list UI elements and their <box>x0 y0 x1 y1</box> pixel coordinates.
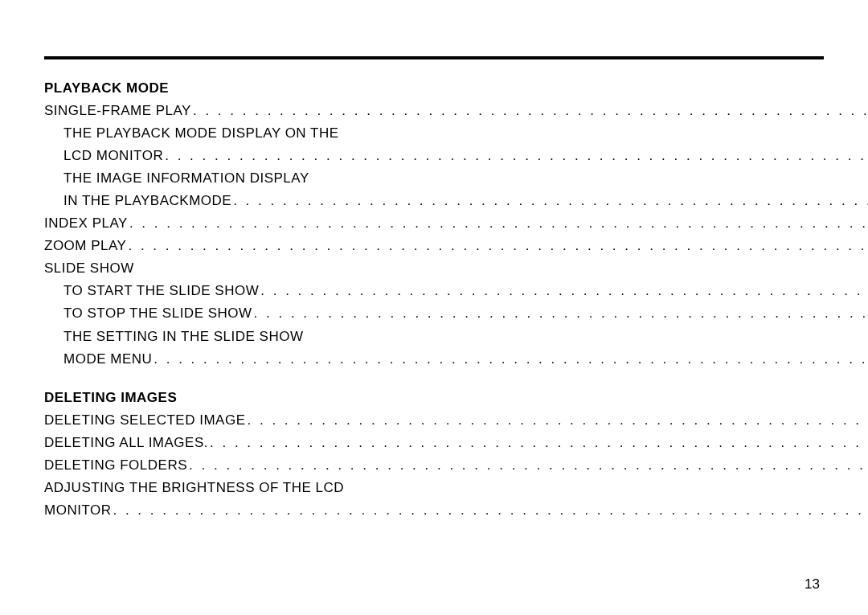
toc-leader <box>259 280 868 302</box>
toc-label: MONITOR <box>44 499 111 522</box>
heading-playback-mode: PLAYBACK MODE <box>44 77 868 100</box>
toc-label: DELETING FOLDERS <box>44 454 187 477</box>
toc-label: TO START THE SLIDE SHOW <box>63 280 259 302</box>
toc-leader <box>152 348 868 371</box>
toc-leader <box>231 190 868 212</box>
toc-label: DELETING ALL IMAGES. <box>44 432 208 454</box>
toc-leader <box>111 499 868 522</box>
toc-label: ZOOM PLAY <box>44 235 126 257</box>
toc-entry: ZOOM PLAY 85 <box>44 235 868 257</box>
toc-entry: DELETING ALL IMAGES. 95 <box>44 432 868 454</box>
toc-label: IN THE PLAYBACKMODE <box>63 190 231 212</box>
toc-entry: SINGLE-FRAME PLAY 80 <box>44 100 868 122</box>
toc-entry: DELETING SELECTED IMAGE 92 <box>44 409 868 432</box>
toc-leader <box>252 302 868 325</box>
toc-label: INDEX PLAY <box>44 212 128 235</box>
toc-label: LCD MONITOR <box>63 145 163 167</box>
toc-entry: THE IMAGE INFORMATION DISPLAY <box>44 167 868 190</box>
toc-entry: LCD MONITOR 81 <box>44 145 868 167</box>
toc-entry: THE PLAYBACK MODE DISPLAY ON THE <box>44 122 868 145</box>
toc-label: THE PLAYBACK MODE DISPLAY ON THE <box>63 122 339 145</box>
toc-label: TO STOP THE SLIDE SHOW <box>63 302 252 325</box>
toc-label: SINGLE-FRAME PLAY <box>44 100 191 122</box>
toc-leader <box>246 409 869 432</box>
toc-entry: DELETING FOLDERS 97 <box>44 454 868 477</box>
toc-entry: INDEX PLAY 83 <box>44 212 868 235</box>
toc-entry: MONITOR 99 <box>44 499 868 522</box>
toc-leader <box>163 145 868 167</box>
left-column: PLAYBACK MODE SINGLE-FRAME PLAY 80 THE P… <box>44 72 868 522</box>
page-number: 13 <box>805 576 820 592</box>
toc-label: THE IMAGE INFORMATION DISPLAY <box>63 167 309 190</box>
heading-deleting-images: DELETING IMAGES <box>44 387 868 409</box>
toc-entry: SLIDE SHOW <box>44 257 868 280</box>
toc-label: THE SETTING IN THE SLIDE SHOW <box>63 326 304 348</box>
toc-leader <box>191 100 868 122</box>
toc-leader <box>126 235 868 257</box>
toc-label: DELETING SELECTED IMAGE <box>44 409 246 432</box>
toc-entry: THE SETTING IN THE SLIDE SHOW <box>44 326 868 348</box>
toc-page: PLAYBACK MODE SINGLE-FRAME PLAY 80 THE P… <box>0 0 868 546</box>
toc-label: MODE MENU <box>63 348 152 371</box>
toc-entry: ADJUSTING THE BRIGHTNESS OF THE LCD <box>44 477 868 499</box>
columns: PLAYBACK MODE SINGLE-FRAME PLAY 80 THE P… <box>44 72 824 522</box>
toc-entry: IN THE PLAYBACKMODE 82 <box>44 190 868 212</box>
toc-leader <box>128 212 868 235</box>
toc-label: ADJUSTING THE BRIGHTNESS OF THE LCD <box>44 477 344 499</box>
toc-entry: TO START THE SLIDE SHOW 87 <box>44 280 868 302</box>
toc-label: SLIDE SHOW <box>44 257 134 280</box>
toc-leader <box>208 432 868 454</box>
toc-entry: MODE MENU 89 <box>44 348 868 371</box>
toc-leader <box>187 454 868 477</box>
top-rule <box>44 56 824 59</box>
toc-entry: TO STOP THE SLIDE SHOW 88 <box>44 302 868 325</box>
